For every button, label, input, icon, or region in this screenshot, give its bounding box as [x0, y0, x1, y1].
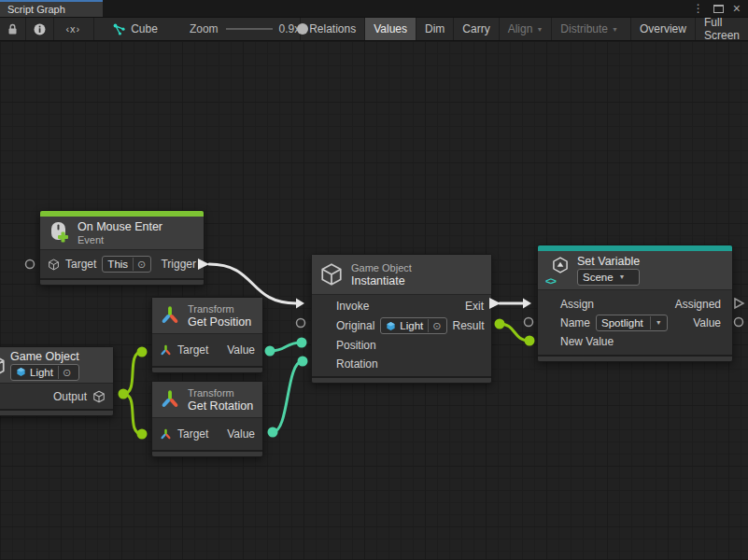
name-port-label: Name — [560, 316, 590, 329]
graph-name-label: Cube — [131, 22, 158, 35]
wire-getrotation-value-to-rotation — [273, 361, 303, 432]
instantiate-result-port[interactable] — [495, 319, 505, 329]
script-graph-window: Script Graph ⋮ × ‹x› — [0, 0, 748, 560]
node-title: Set Variable — [577, 255, 640, 268]
values-button[interactable]: Values — [364, 18, 416, 40]
result-port-label: Result — [453, 319, 485, 332]
code-icon: ‹x› — [65, 23, 80, 35]
node-set-variable[interactable]: <> Set Variable Scene ▼ Assign Assigned … — [537, 245, 733, 362]
variable-scope-dropdown[interactable]: Scene ▼ — [577, 269, 640, 286]
set-variable-name-port[interactable] — [525, 318, 533, 327]
value-port-label: Value — [693, 316, 721, 329]
set-variable-assigned-port[interactable] — [735, 299, 743, 308]
value-port-label: Value — [227, 427, 255, 441]
toolbar-buttons: Relations Values Dim Carry Align ▼ Distr… — [300, 18, 748, 40]
game-object-output-port[interactable] — [119, 389, 129, 399]
node-game-object-literal[interactable]: Game Object Light ⊙ Output — [0, 346, 114, 416]
target-port-label: Target — [65, 258, 96, 271]
node-footer — [538, 355, 732, 361]
align-dropdown[interactable]: Align ▼ — [499, 18, 552, 40]
wire-output-to-getposition-target — [123, 352, 142, 394]
target-value-chip[interactable]: This ⊙ — [102, 256, 151, 273]
dim-button[interactable]: Dim — [416, 18, 453, 40]
get-position-value-port[interactable] — [265, 346, 275, 357]
cube-icon — [48, 259, 60, 271]
graph-icon — [112, 22, 126, 36]
wire-trigger-to-invoke-arrowhead — [296, 299, 304, 309]
trigger-port-label: Trigger — [161, 258, 196, 271]
node-instantiate[interactable]: Game Object Instantiate Invoke Exit Orig… — [311, 254, 492, 384]
distribute-dropdown[interactable]: Distribute ▼ — [551, 18, 627, 40]
get-position-target-port[interactable] — [137, 347, 148, 357]
object-picker-icon[interactable]: ⊙ — [133, 258, 146, 271]
node-footer — [152, 450, 262, 456]
info-icon — [34, 23, 46, 35]
wire-exit-to-assign-arrowhead — [523, 299, 531, 309]
node-category: Game Object — [351, 262, 412, 273]
wire-result-to-new-value — [500, 324, 529, 341]
node-category: Transform — [188, 303, 251, 315]
object-picker-icon[interactable]: ⊙ — [428, 319, 441, 332]
game-object-value-chip[interactable]: Light ⊙ — [10, 364, 79, 381]
value-port-label: Value — [227, 343, 255, 357]
node-category: Transform — [188, 387, 253, 399]
instantiate-original-port[interactable] — [297, 319, 305, 328]
variables-icon: <> — [545, 275, 556, 287]
toolbar-separator — [93, 18, 94, 40]
chevron-down-icon: ▼ — [650, 316, 662, 329]
target-port-label: Target — [177, 343, 208, 357]
get-rotation-target-port[interactable] — [137, 429, 148, 440]
assigned-port-label: Assigned — [675, 298, 721, 311]
relations-button[interactable]: Relations — [300, 18, 364, 40]
zoom-label: Zoom — [190, 22, 219, 35]
instantiate-rotation-port[interactable] — [298, 357, 308, 367]
lock-icon — [7, 23, 18, 35]
node-on-mouse-enter[interactable]: On Mouse Enter Event Target This ⊙ Trigg… — [39, 210, 205, 286]
edit-graph-button[interactable]: ‹x› — [53, 18, 93, 40]
close-icon[interactable]: × — [733, 2, 741, 15]
graph-toolbar: ‹x› Cube Zoom 0.9x Relations Values — [0, 17, 748, 41]
node-get-position[interactable]: Transform Get Position Target Value — [151, 297, 263, 373]
full-screen-button[interactable]: Full Screen — [695, 18, 748, 40]
original-port-label: Original — [336, 319, 374, 332]
node-title: Game Object — [10, 350, 79, 363]
node-title: Get Position — [188, 315, 251, 329]
wire-output-to-getrotation-target — [123, 394, 142, 434]
tab-script-graph[interactable]: Script Graph — [0, 0, 103, 17]
transform-icon — [160, 428, 172, 441]
zoom-slider-handle[interactable] — [297, 23, 308, 35]
carry-button[interactable]: Carry — [453, 18, 498, 40]
lock-button[interactable] — [0, 18, 25, 40]
original-value-chip[interactable]: Light ⊙ — [380, 317, 446, 334]
wire-getposition-value-to-position — [270, 343, 302, 351]
get-rotation-value-port[interactable] — [268, 427, 278, 438]
mouse-enter-target-port[interactable] — [26, 260, 35, 269]
graph-name: Cube — [105, 22, 165, 36]
kebab-menu-icon[interactable]: ⋮ — [693, 3, 704, 14]
new-value-port-label: New Value — [560, 335, 614, 348]
exit-port-label: Exit — [465, 300, 484, 313]
node-get-rotation[interactable]: Transform Get Rotation Target Value — [151, 381, 263, 457]
instantiate-position-port[interactable] — [297, 338, 307, 348]
invoke-port-label: Invoke — [336, 300, 369, 313]
tab-title: Script Graph — [7, 4, 65, 15]
node-footer — [40, 278, 204, 285]
set-variable-value-port[interactable] — [735, 318, 743, 327]
unity-object-icon — [16, 367, 26, 377]
zoom-slider[interactable] — [226, 17, 274, 41]
object-picker-icon[interactable]: ⊙ — [58, 366, 71, 379]
target-port-label: Target — [177, 427, 208, 441]
maximize-icon[interactable] — [713, 5, 724, 13]
graph-canvas[interactable]: On Mouse Enter Event Target This ⊙ Trigg… — [0, 41, 748, 559]
info-button[interactable] — [26, 18, 53, 40]
node-subtitle: Event — [78, 234, 162, 245]
variable-name-dropdown[interactable]: Spotlight ▼ — [596, 315, 668, 331]
mouse-event-icon — [48, 221, 70, 245]
window-controls: ⋮ × — [693, 0, 748, 17]
chevron-down-icon: ▼ — [612, 26, 618, 33]
node-title: Get Rotation — [188, 399, 253, 413]
set-variable-new-value-port[interactable] — [525, 336, 535, 346]
overview-button[interactable]: Overview — [630, 18, 695, 40]
node-footer — [0, 409, 113, 415]
zoom-slider-track — [226, 28, 274, 30]
